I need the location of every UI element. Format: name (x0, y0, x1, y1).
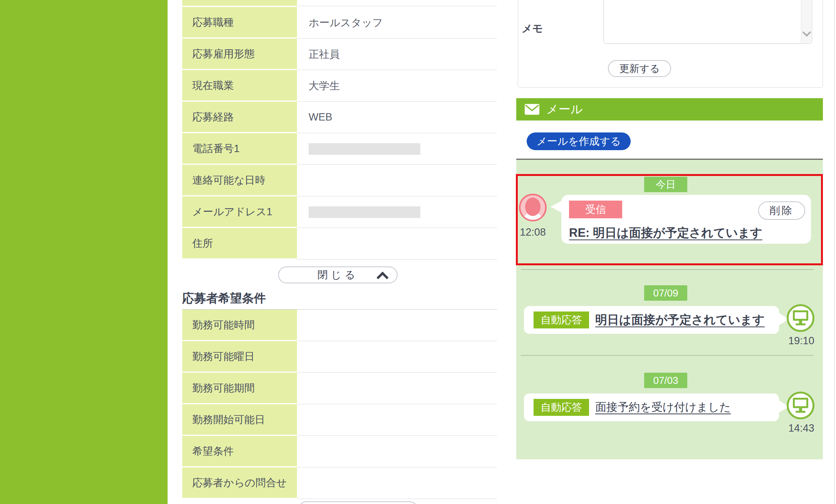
system-monitor-icon (787, 392, 814, 419)
chevron-up-icon (376, 271, 388, 283)
table-label-cell: 電話番号1 (182, 133, 297, 164)
auto-reply-badge: 自動応答 (534, 311, 589, 328)
table-value-cell (297, 373, 497, 404)
table-value-cell: 大学生 (297, 70, 497, 102)
delete-button[interactable]: 削除 (758, 201, 805, 220)
table-row: メールアドレス1 (182, 196, 497, 228)
table-value-cell (297, 467, 497, 499)
table-row: 勤務可能曜日 (182, 341, 497, 373)
bubble-tail (551, 201, 562, 213)
mail-date-badge: 07/03 (644, 373, 687, 388)
table-row: 応募者からの問合せ (182, 467, 497, 499)
table-value-cell: ホールスタッフ (297, 7, 497, 39)
mail-divider (521, 355, 814, 356)
table-value-cell: 正社員 (297, 39, 497, 70)
table-label-cell: 勤務可能期間 (182, 373, 297, 403)
table-row: 希望条件 (182, 436, 497, 467)
table-label-cell: 応募職種 (182, 7, 297, 37)
close-button-label: 閉じる (317, 268, 358, 282)
table-value-cell (297, 133, 497, 165)
mail-time: 19:10 (785, 335, 818, 347)
preferences-heading: 応募者希望条件 (182, 290, 266, 306)
applicant-avatar-icon (519, 194, 547, 221)
mail-subject-link[interactable]: RE: 明日は面接が予定されています (569, 225, 762, 241)
mail-section-header: メール (516, 98, 823, 121)
mail-subject-link[interactable]: 明日は面接が予定されています (595, 312, 765, 328)
table-value-cell (297, 341, 497, 373)
table-label-cell: 勤務可能時間 (182, 310, 297, 340)
system-monitor-icon (787, 304, 814, 332)
preferences-table: 勤務可能時間 勤務可能曜日 勤務可能期間 勤務開始可能日 希望条件 応募者からの… (182, 309, 497, 500)
received-badge: 受信 (569, 201, 622, 218)
table-label-cell: 応募経路 (182, 102, 297, 132)
table-value-cell (297, 310, 497, 341)
left-sidebar (0, 0, 168, 504)
chevron-down-icon[interactable] (802, 28, 811, 37)
redacted-value-bar (309, 143, 420, 155)
compose-mail-button[interactable]: メールを作成する (527, 132, 631, 150)
table-value-cell (297, 196, 497, 228)
table-label-cell: 希望条件 (182, 436, 297, 466)
close-button[interactable]: 閉じる (278, 266, 398, 283)
mail-time: 12:08 (517, 226, 549, 238)
delete-button-label: 削除 (770, 204, 794, 218)
table-value-cell (297, 436, 497, 467)
update-button-label: 更新する (619, 62, 660, 75)
page-right-border (834, 0, 835, 504)
table-label-cell: 勤務可能曜日 (182, 341, 297, 372)
mail-date-badge: 今日 (644, 177, 687, 192)
table-label-cell: 応募雇用形態 (182, 39, 297, 69)
table-value-cell (297, 0, 497, 6)
memo-label: メモ (522, 22, 543, 35)
mail-divider (521, 269, 814, 270)
table-value-cell (297, 165, 497, 196)
table-row: 勤務可能時間 (182, 310, 497, 341)
mail-subject-link[interactable]: 面接予約を受け付けました (595, 400, 731, 415)
table-label-cell: 現在職業 (182, 70, 297, 100)
table-row: 応募経路 WEB (182, 102, 497, 133)
table-label-cell: 勤務開始可能日 (182, 404, 297, 435)
table-row: 現在職業 大学生 (182, 70, 497, 102)
table-label-cell: 住所 (182, 228, 297, 258)
table-row: 応募雇用形態 正社員 (182, 39, 497, 70)
close-button-bottom-partial[interactable] (298, 501, 418, 504)
textarea-scrollbar[interactable] (801, 0, 811, 43)
table-value-cell (297, 404, 497, 436)
table-label-cell: 連絡可能な日時 (182, 165, 297, 195)
mail-envelope-icon (525, 104, 539, 115)
table-label-cell: 応募者からの問合せ (182, 467, 297, 498)
compose-mail-button-label: メールを作成する (536, 134, 621, 148)
table-row: 勤務可能期間 (182, 373, 497, 404)
mail-date-badge: 07/09 (644, 285, 687, 301)
table-label-cell: メールアドレス1 (182, 196, 297, 227)
mail-compose-row: メールを作成する (516, 121, 823, 159)
memo-textarea[interactable] (603, 0, 812, 44)
mail-time: 14:43 (785, 422, 818, 434)
table-row-partial (182, 0, 497, 6)
table-row: 住所 (182, 228, 497, 260)
table-value-cell (297, 228, 497, 260)
table-row: 連絡可能な日時 (182, 165, 497, 196)
applicant-detail-page: 応募職種 ホールスタッフ 応募雇用形態 正社員 現在職業 大学生 応募経路 WE… (0, 0, 836, 504)
table-value-cell: WEB (297, 102, 497, 133)
table-label-cell (182, 0, 297, 6)
table-row: 応募職種 ホールスタッフ (182, 7, 497, 39)
table-row: 電話番号1 (182, 133, 497, 165)
auto-reply-badge: 自動応答 (534, 399, 589, 416)
table-row: 勤務開始可能日 (182, 404, 497, 436)
applicant-info-table: 応募職種 ホールスタッフ 応募雇用形態 正社員 現在職業 大学生 応募経路 WE… (182, 0, 497, 260)
update-button[interactable]: 更新する (608, 60, 671, 77)
redacted-value-bar (309, 206, 420, 218)
mail-section-title: メール (546, 101, 583, 117)
